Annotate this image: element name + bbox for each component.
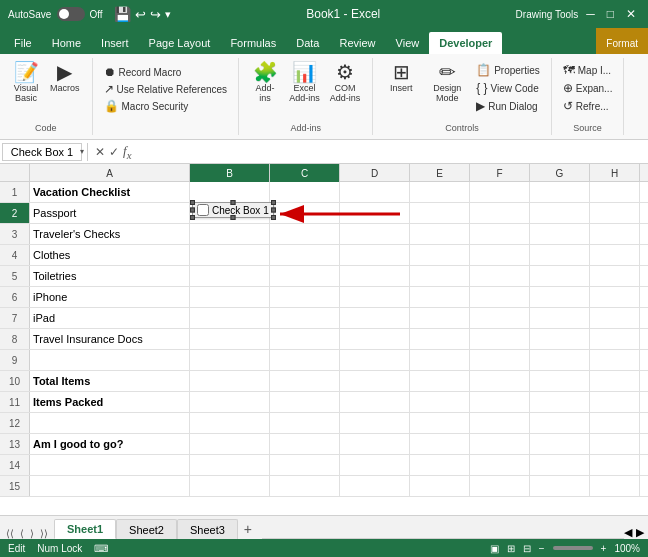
- cell-c-8[interactable]: [270, 329, 340, 349]
- cell-i-5[interactable]: [640, 266, 648, 286]
- cell-c-9[interactable]: [270, 350, 340, 370]
- cell-i-3[interactable]: [640, 224, 648, 244]
- cell-h-2[interactable]: [590, 203, 640, 223]
- cell-h-15[interactable]: [590, 476, 640, 496]
- row-number[interactable]: 1: [0, 182, 30, 202]
- cell-h-14[interactable]: [590, 455, 640, 475]
- cell-g-10[interactable]: [530, 371, 590, 391]
- row-number[interactable]: 13: [0, 434, 30, 454]
- cell-f-15[interactable]: [470, 476, 530, 496]
- minimize-button[interactable]: ─: [582, 7, 599, 21]
- relative-references-button[interactable]: ↗ Use Relative References: [101, 81, 231, 97]
- view-normal-btn[interactable]: ▣: [490, 543, 499, 554]
- tab-developer[interactable]: Developer: [429, 32, 502, 54]
- cell-h-13[interactable]: [590, 434, 640, 454]
- redo-icon[interactable]: ↪: [150, 7, 161, 22]
- checkbox-input[interactable]: [197, 204, 209, 216]
- cell-f-6[interactable]: [470, 287, 530, 307]
- cell-c-14[interactable]: [270, 455, 340, 475]
- cell-b-5[interactable]: [190, 266, 270, 286]
- col-header-e[interactable]: E: [410, 164, 470, 182]
- cell-b-1[interactable]: [190, 182, 270, 202]
- cell-a-6[interactable]: iPhone: [30, 287, 190, 307]
- tab-formulas[interactable]: Formulas: [220, 32, 286, 54]
- row-number[interactable]: 8: [0, 329, 30, 349]
- cell-g-8[interactable]: [530, 329, 590, 349]
- macros-button[interactable]: ▶ Macros: [46, 60, 84, 95]
- col-header-h[interactable]: H: [590, 164, 640, 182]
- scroll-left-btn[interactable]: ◀: [624, 526, 632, 539]
- autosave-toggle[interactable]: [57, 7, 85, 21]
- cell-i-13[interactable]: [640, 434, 648, 454]
- window-controls[interactable]: Drawing Tools ─ □ ✕: [516, 7, 640, 21]
- run-dialog-button[interactable]: ▶ Run Dialog: [473, 98, 543, 114]
- macro-security-button[interactable]: 🔒 Macro Security: [101, 98, 231, 114]
- cell-b-4[interactable]: [190, 245, 270, 265]
- cell-f-4[interactable]: [470, 245, 530, 265]
- cell-g-5[interactable]: [530, 266, 590, 286]
- cell-e-5[interactable]: [410, 266, 470, 286]
- view-layout-btn[interactable]: ⊞: [507, 543, 515, 554]
- cell-c-1[interactable]: [270, 182, 340, 202]
- cell-i-9[interactable]: [640, 350, 648, 370]
- cell-f-11[interactable]: [470, 392, 530, 412]
- cell-d-14[interactable]: [340, 455, 410, 475]
- cell-i-6[interactable]: [640, 287, 648, 307]
- cell-d-10[interactable]: [340, 371, 410, 391]
- cell-d-6[interactable]: [340, 287, 410, 307]
- cell-h-12[interactable]: [590, 413, 640, 433]
- cell-g-2[interactable]: [530, 203, 590, 223]
- confirm-formula-icon[interactable]: ✓: [109, 145, 119, 159]
- row-number[interactable]: 5: [0, 266, 30, 286]
- cell-h-10[interactable]: [590, 371, 640, 391]
- row-number[interactable]: 11: [0, 392, 30, 412]
- cell-b-3[interactable]: [190, 224, 270, 244]
- save-icon[interactable]: 💾: [114, 6, 131, 22]
- sheet-nav-prev[interactable]: ⟨: [18, 528, 26, 539]
- cell-c-7[interactable]: [270, 308, 340, 328]
- refresh-button[interactable]: ↺ Refre...: [560, 98, 612, 114]
- checkbox-widget[interactable]: Check Box 1: [192, 202, 274, 218]
- cell-a-8[interactable]: Travel Insurance Docs: [30, 329, 190, 349]
- cell-b-14[interactable]: [190, 455, 270, 475]
- cell-i-11[interactable]: [640, 392, 648, 412]
- cell-e-15[interactable]: [410, 476, 470, 496]
- cell-d-13[interactable]: [340, 434, 410, 454]
- cell-e-2[interactable]: [410, 203, 470, 223]
- col-header-c[interactable]: C: [270, 164, 340, 182]
- col-header-d[interactable]: D: [340, 164, 410, 182]
- add-sheet-button[interactable]: +: [238, 519, 258, 539]
- tab-page-layout[interactable]: Page Layout: [139, 32, 221, 54]
- name-box-dropdown[interactable]: ▾: [80, 147, 84, 156]
- cell-f-3[interactable]: [470, 224, 530, 244]
- cell-f-8[interactable]: [470, 329, 530, 349]
- cell-d-15[interactable]: [340, 476, 410, 496]
- cell-b-8[interactable]: [190, 329, 270, 349]
- cell-a-5[interactable]: Toiletries: [30, 266, 190, 286]
- scroll-right-btn[interactable]: ▶: [636, 526, 644, 539]
- cell-h-3[interactable]: [590, 224, 640, 244]
- cell-d-2[interactable]: [340, 203, 410, 223]
- cell-e-14[interactable]: [410, 455, 470, 475]
- cell-h-6[interactable]: [590, 287, 640, 307]
- sheet-nav-last[interactable]: ⟩⟩: [38, 528, 50, 539]
- cell-c-5[interactable]: [270, 266, 340, 286]
- cell-f-13[interactable]: [470, 434, 530, 454]
- sheet-nav-next[interactable]: ⟩: [28, 528, 36, 539]
- view-pagebreak-btn[interactable]: ⊟: [523, 543, 531, 554]
- cell-b-6[interactable]: [190, 287, 270, 307]
- cell-g-1[interactable]: [530, 182, 590, 202]
- row-number[interactable]: 7: [0, 308, 30, 328]
- cell-b-9[interactable]: [190, 350, 270, 370]
- cell-i-1[interactable]: [640, 182, 648, 202]
- cell-a-3[interactable]: Traveler's Checks: [30, 224, 190, 244]
- sheet-tab-sheet1[interactable]: Sheet1: [54, 519, 116, 539]
- cell-d-5[interactable]: [340, 266, 410, 286]
- cell-e-6[interactable]: [410, 287, 470, 307]
- col-header-i[interactable]: I: [640, 164, 648, 182]
- cell-a-4[interactable]: Clothes: [30, 245, 190, 265]
- col-header-g[interactable]: G: [530, 164, 590, 182]
- cell-i-7[interactable]: [640, 308, 648, 328]
- cell-e-13[interactable]: [410, 434, 470, 454]
- cell-g-11[interactable]: [530, 392, 590, 412]
